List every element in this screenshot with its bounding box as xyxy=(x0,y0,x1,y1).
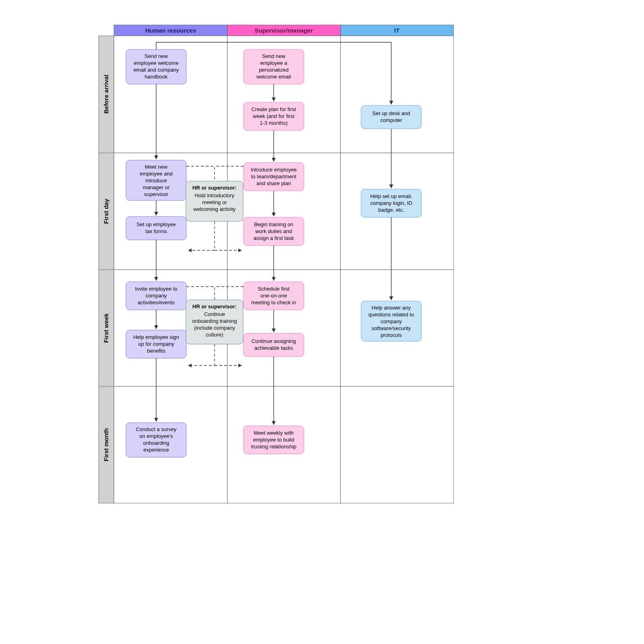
svg-text:Introduce employee: Introduce employee xyxy=(251,167,297,173)
svg-text:Help answer any: Help answer any xyxy=(372,305,411,311)
row-label-day: First day xyxy=(103,198,109,224)
svg-text:Create plan for first: Create plan for first xyxy=(252,106,296,112)
svg-text:trusting relationship: trusting relationship xyxy=(251,444,297,450)
svg-text:assign a first task: assign a first task xyxy=(254,235,294,241)
lane-header-sup-label: Supervisor/manager xyxy=(254,27,313,34)
svg-text:company: company xyxy=(381,318,402,324)
box-sup3: Introduce employee to team/department an… xyxy=(244,163,304,191)
svg-text:HR or supervisor:: HR or supervisor: xyxy=(192,303,237,310)
svg-text:1-3 months): 1-3 months) xyxy=(260,120,287,126)
svg-text:supervisor: supervisor xyxy=(144,191,169,197)
svg-text:employee and: employee and xyxy=(140,171,173,177)
svg-text:Schedule first: Schedule first xyxy=(258,286,290,292)
svg-text:software/security: software/security xyxy=(372,325,411,331)
box-hr2: Meet new employee and introduce manager … xyxy=(126,160,186,200)
svg-text:handbook: handbook xyxy=(144,74,168,80)
svg-text:employee welcome: employee welcome xyxy=(134,60,178,66)
svg-text:activities/events: activities/events xyxy=(138,299,175,305)
box-it2: Help set up email, company login, ID bad… xyxy=(361,189,421,217)
svg-text:Continue assigning: Continue assigning xyxy=(252,338,296,344)
svg-text:to team/department: to team/department xyxy=(251,173,297,180)
svg-text:benefits: benefits xyxy=(147,348,165,354)
box-hr6: Conduct a survey on employee's onboardin… xyxy=(126,423,186,457)
svg-text:Help set up email,: Help set up email, xyxy=(370,193,412,199)
svg-text:HR or supervisor:: HR or supervisor: xyxy=(192,185,237,191)
box-mid2: HR or supervisor: Continue onboarding tr… xyxy=(186,300,243,344)
svg-text:welcoming activity: welcoming activity xyxy=(193,206,236,212)
svg-text:culture): culture) xyxy=(206,332,223,338)
svg-text:and share plan: and share plan xyxy=(256,180,291,186)
svg-text:Help employee sign: Help employee sign xyxy=(133,334,179,340)
box-sup6: Continue assigning achievable tasks xyxy=(244,333,304,357)
svg-text:Set up employee: Set up employee xyxy=(136,221,176,227)
svg-rect-14 xyxy=(341,386,454,503)
box-hr1: Send new employee welcome email and comp… xyxy=(126,50,186,84)
svg-text:Set up desk and: Set up desk and xyxy=(372,110,410,116)
svg-text:Meet new: Meet new xyxy=(145,164,168,170)
box-sup2: Create plan for first week (and for firs… xyxy=(244,102,304,130)
svg-rect-5 xyxy=(341,36,454,153)
box-it1: Set up desk and computer xyxy=(361,105,421,129)
svg-text:achievable tasks: achievable tasks xyxy=(254,345,293,351)
svg-text:badge, etc.: badge, etc. xyxy=(378,207,404,213)
svg-text:protocols: protocols xyxy=(381,332,402,338)
row-label-month: First month xyxy=(103,428,109,462)
row-label-week: First week xyxy=(103,313,109,343)
box-mid1: HR or supervisor: Hold introductory meet… xyxy=(186,181,243,221)
svg-text:company login, ID: company login, ID xyxy=(370,200,412,206)
svg-text:computer: computer xyxy=(380,117,402,123)
lane-header-hr-label: Human resources xyxy=(145,27,196,34)
svg-text:introduce: introduce xyxy=(145,178,167,184)
svg-text:Hold introductory: Hold introductory xyxy=(195,192,235,198)
box-sup1: Send new employee a personalized welcome… xyxy=(244,50,304,84)
svg-text:personalized: personalized xyxy=(259,67,289,73)
svg-text:experience: experience xyxy=(143,447,169,453)
svg-text:on employee's: on employee's xyxy=(139,433,173,439)
row-label-before: Before arrival xyxy=(103,75,109,114)
svg-text:questions related to: questions related to xyxy=(368,312,414,318)
svg-text:Invite employee to: Invite employee to xyxy=(135,286,178,292)
svg-text:(include company: (include company xyxy=(194,325,235,331)
svg-text:meeting to check in: meeting to check in xyxy=(251,299,296,305)
svg-text:work duties and: work duties and xyxy=(255,228,292,234)
box-sup7: Meet weekly with employee to build trust… xyxy=(244,426,304,454)
svg-text:Send new: Send new xyxy=(144,53,168,59)
box-sup4: Begin training on work duties and assign… xyxy=(244,217,304,246)
svg-text:up for company: up for company xyxy=(138,341,174,347)
svg-text:week (and for first: week (and for first xyxy=(252,113,295,119)
svg-text:onboarding: onboarding xyxy=(143,440,169,446)
svg-text:employee to build: employee to build xyxy=(253,437,294,443)
svg-text:onboarding training: onboarding training xyxy=(192,318,237,324)
box-sup5: Schedule first one-on-one meeting to che… xyxy=(244,282,304,310)
svg-text:one-on-one: one-on-one xyxy=(260,293,287,299)
swimlane-diagram: Human resources Supervisor/manager IT Be… xyxy=(0,0,644,644)
box-it3: Help answer any questions related to com… xyxy=(361,301,421,341)
svg-text:tax forms: tax forms xyxy=(145,228,167,234)
svg-text:company: company xyxy=(146,293,167,299)
svg-text:manager or: manager or xyxy=(143,184,170,190)
svg-text:employee a: employee a xyxy=(260,60,287,66)
box-hr4: Invite employee to company activities/ev… xyxy=(126,282,186,310)
svg-text:Conduct a survey: Conduct a survey xyxy=(136,426,177,432)
svg-text:email and company: email and company xyxy=(134,67,179,73)
box-hr5: Help employee sign up for company benefi… xyxy=(126,330,186,358)
svg-text:Send new: Send new xyxy=(262,53,285,59)
svg-text:Begin training on: Begin training on xyxy=(254,221,293,227)
svg-text:Meet weekly with: Meet weekly with xyxy=(254,430,294,436)
svg-text:welcome email: welcome email xyxy=(256,74,291,80)
svg-text:Continue: Continue xyxy=(204,311,225,317)
box-hr3: Set up employee tax forms xyxy=(126,217,186,240)
lane-header-it-label: IT xyxy=(394,27,399,34)
svg-text:meeting or: meeting or xyxy=(202,199,227,205)
